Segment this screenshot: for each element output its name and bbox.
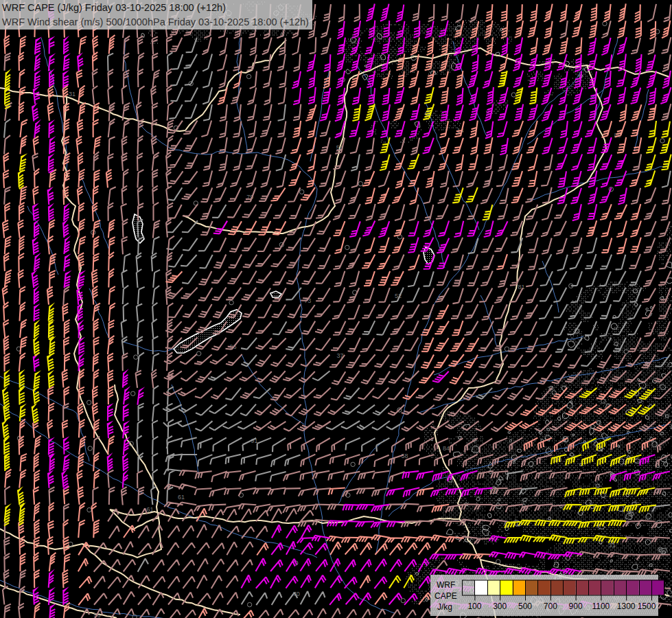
svg-text:700: 700 (544, 602, 557, 611)
svg-text:81: 81 (518, 284, 524, 290)
svg-text:31: 31 (69, 91, 76, 98)
svg-text:100: 100 (467, 602, 481, 611)
svg-text:300: 300 (493, 602, 507, 611)
svg-text:WRF Wind shear (m/s) 500/1000h: WRF Wind shear (m/s) 500/1000hPa Friday … (2, 16, 309, 27)
svg-text:1300: 1300 (617, 602, 636, 611)
svg-text:WRF: WRF (437, 580, 455, 590)
svg-text:900: 900 (569, 602, 583, 611)
svg-text:J/kg: J/kg (437, 602, 452, 612)
svg-text:1500: 1500 (638, 602, 656, 611)
svg-text:84: 84 (443, 445, 450, 452)
svg-text:500: 500 (518, 602, 532, 611)
svg-text:1100: 1100 (592, 602, 610, 611)
svg-text:WRF CAPE (J/kg) Friday 03-10-2: WRF CAPE (J/kg) Friday 03-10-2025 18:00 … (2, 2, 226, 13)
svg-text:61: 61 (147, 506, 154, 513)
svg-text:61: 61 (178, 494, 185, 501)
svg-text:CAPE: CAPE (435, 591, 457, 601)
